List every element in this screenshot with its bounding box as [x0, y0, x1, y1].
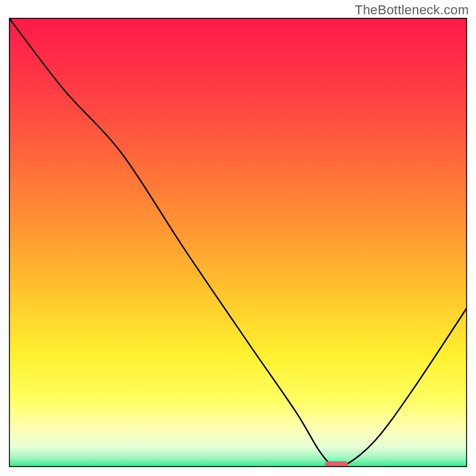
chart-area	[9, 18, 467, 467]
gradient-background	[9, 18, 467, 467]
chart-svg	[9, 18, 467, 467]
watermark-text: TheBottleneck.com	[355, 2, 469, 18]
